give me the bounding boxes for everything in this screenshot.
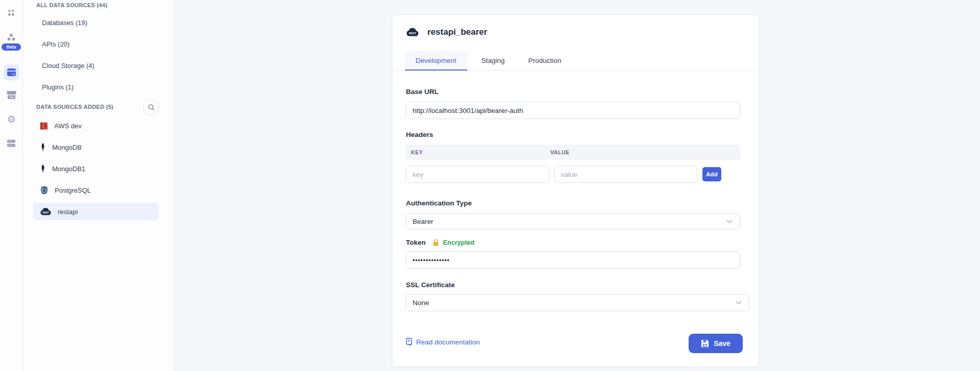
- ssl-value: None: [413, 299, 429, 307]
- ssl-label: SSL Certificate: [406, 281, 455, 289]
- source-row-postgresql[interactable]: PostgreSQL: [33, 181, 158, 199]
- headers-label: Headers: [406, 131, 433, 138]
- save-floppy-icon: [701, 339, 709, 347]
- tab-development[interactable]: Development: [405, 51, 467, 70]
- icon-rail: Beta ⚙: [0, 0, 22, 371]
- svg-text:REST: REST: [409, 32, 417, 35]
- source-row-mongodb1[interactable]: MongoDB1: [33, 160, 158, 177]
- source-row-mongodb[interactable]: MongoDB: [33, 138, 158, 156]
- source-label: AWS dev: [54, 122, 82, 130]
- auth-type-select[interactable]: Bearer: [406, 213, 740, 229]
- rail-item-servers[interactable]: [0, 139, 22, 148]
- token-label-row: Token Encrypted: [406, 239, 474, 246]
- tab-production[interactable]: Production: [517, 51, 572, 70]
- source-label: restapi: [58, 208, 78, 216]
- rail-item-marketplace[interactable]: [0, 90, 22, 100]
- ssl-select[interactable]: None: [406, 294, 749, 311]
- token-label: Token: [406, 239, 426, 246]
- beta-badge: Beta: [2, 43, 21, 51]
- aws-icon: [40, 122, 48, 130]
- mongodb-icon: [40, 164, 46, 173]
- source-row-restapi-selected[interactable]: REST restapi: [33, 203, 158, 220]
- restapi-icon: REST: [406, 28, 419, 37]
- storefront-icon: [7, 90, 16, 100]
- encrypted-badge: Encrypted: [443, 239, 474, 246]
- server-stack-icon: [7, 139, 16, 148]
- environment-tabs: Development Staging Production: [393, 51, 759, 71]
- add-header-button[interactable]: Add: [702, 167, 721, 181]
- save-button-label: Save: [714, 339, 731, 347]
- all-data-sources-header: ALL DATA SOURCES (44): [36, 2, 107, 8]
- chevron-down-icon: [726, 220, 733, 223]
- key-column-header: KEY: [411, 149, 423, 155]
- rail-item-home[interactable]: [0, 8, 22, 17]
- sidebar-item-cloud-storage[interactable]: Cloud Storage (4): [42, 62, 95, 69]
- lock-icon: [432, 239, 439, 246]
- svg-text:REST: REST: [42, 211, 49, 214]
- rail-item-datasources-active[interactable]: [0, 64, 22, 80]
- sidebar-item-databases[interactable]: Databases (19): [42, 19, 87, 27]
- data-sources-added-header: DATA SOURCES ADDED (5): [36, 104, 113, 110]
- card-header: REST restapi_bearer: [406, 27, 487, 37]
- auth-type-label: Authentication Type: [406, 199, 472, 207]
- base-url-label: Base URL: [406, 88, 439, 96]
- source-label: PostgreSQL: [55, 187, 91, 194]
- search-icon: [148, 104, 155, 111]
- header-key-input[interactable]: [406, 166, 550, 183]
- rail-item-models[interactable]: [0, 33, 22, 42]
- sidebar-item-plugins[interactable]: Plugins (1): [42, 83, 74, 91]
- page-title: restapi_bearer: [427, 27, 487, 37]
- base-url-input[interactable]: [406, 102, 740, 119]
- gear-icon: ⚙: [7, 114, 15, 124]
- sidebar-item-apis[interactable]: APIs (20): [42, 40, 70, 48]
- source-label: MongoDB: [52, 144, 82, 151]
- chevron-down-icon: [736, 301, 742, 305]
- source-label: MongoDB1: [52, 165, 85, 173]
- save-button[interactable]: Save: [689, 334, 743, 353]
- auth-type-value: Bearer: [413, 218, 434, 225]
- postgresql-icon: [40, 186, 49, 195]
- header-value-input[interactable]: [554, 166, 697, 183]
- token-input[interactable]: [406, 251, 740, 269]
- headers-table-head: KEY VALUE: [406, 145, 740, 160]
- document-check-icon: [406, 338, 413, 346]
- cluster-icon: [6, 33, 16, 42]
- datasource-config-card: REST restapi_bearer Development Staging …: [392, 14, 759, 367]
- read-documentation-link[interactable]: Read documentation: [406, 338, 480, 346]
- datasource-sidebar: ALL DATA SOURCES (44) Databases (19) API…: [23, 0, 172, 371]
- value-column-header: VALUE: [550, 149, 569, 155]
- restapi-icon: REST: [40, 208, 52, 216]
- mongodb-icon: [40, 143, 46, 152]
- source-row-aws-dev[interactable]: AWS dev: [33, 117, 158, 134]
- wallet-icon: [7, 68, 16, 77]
- tab-staging[interactable]: Staging: [471, 51, 516, 70]
- grid-dots-icon: [7, 8, 16, 17]
- rail-item-settings[interactable]: ⚙: [0, 114, 22, 124]
- search-button[interactable]: [144, 100, 158, 114]
- read-documentation-label: Read documentation: [416, 338, 480, 346]
